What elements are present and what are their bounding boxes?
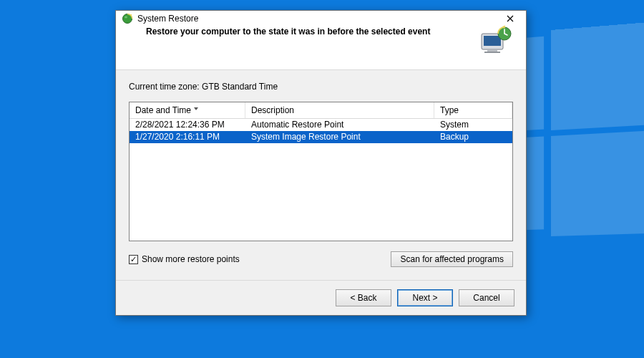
time-zone-line: Current time zone: GTB Standard Time <box>129 82 513 92</box>
table-body: 2/28/2021 12:24:36 PMAutomatic Restore P… <box>130 119 512 241</box>
time-zone-prefix: Current time zone: <box>129 82 202 92</box>
checkbox-box: ✓ <box>129 255 138 264</box>
column-header-description[interactable]: Description <box>245 102 434 118</box>
close-icon <box>507 13 514 24</box>
svg-rect-4 <box>487 49 497 52</box>
empty-row <box>130 180 512 192</box>
empty-row <box>130 155 512 168</box>
titlebar: System Restore <box>116 11 526 24</box>
column-header-date[interactable]: Date and Time <box>130 102 245 118</box>
svg-point-1 <box>125 16 127 19</box>
empty-row <box>130 168 512 180</box>
wizard-button-row: < Back Next > Cancel <box>116 281 526 315</box>
time-zone-value: GTB Standard Time <box>202 82 278 92</box>
cell-type: System <box>434 119 512 131</box>
system-restore-art-icon <box>477 25 513 58</box>
show-more-label: Show more restore points <box>142 254 240 264</box>
show-more-checkbox[interactable]: ✓ Show more restore points <box>129 254 240 264</box>
empty-row <box>130 192 512 204</box>
close-button[interactable] <box>500 11 520 26</box>
body-area: Current time zone: GTB Standard Time Dat… <box>116 70 526 280</box>
cell-date: 1/27/2020 2:16:11 PM <box>130 131 245 143</box>
next-button[interactable]: Next > <box>397 289 453 306</box>
empty-row <box>130 228 512 241</box>
page-heading: Restore your computer to the state it wa… <box>146 25 467 37</box>
table-header: Date and Time Description Type <box>130 102 512 119</box>
cell-description: Automatic Restore Point <box>245 119 434 131</box>
cancel-button[interactable]: Cancel <box>459 289 514 306</box>
svg-rect-3 <box>484 36 501 46</box>
cell-date: 2/28/2021 12:24:36 PM <box>130 119 245 131</box>
empty-row <box>130 204 512 216</box>
empty-row <box>130 143 512 155</box>
table-row[interactable]: 1/27/2020 2:16:11 PMSystem Image Restore… <box>130 131 512 143</box>
cell-description: System Image Restore Point <box>245 131 434 143</box>
below-table-row: ✓ Show more restore points Scan for affe… <box>129 251 513 267</box>
window-title: System Restore <box>137 14 198 24</box>
system-restore-dialog: System Restore Restore your computer to … <box>115 10 527 316</box>
header-area: Restore your computer to the state it wa… <box>116 24 526 70</box>
restore-points-table: Date and Time Description Type 2/28/2021… <box>129 102 513 241</box>
svg-rect-5 <box>484 52 500 53</box>
restore-globe-icon <box>122 13 133 24</box>
cell-type: Backup <box>434 131 512 143</box>
empty-row <box>130 216 512 228</box>
back-button[interactable]: < Back <box>336 289 391 306</box>
table-row[interactable]: 2/28/2021 12:24:36 PMAutomatic Restore P… <box>130 119 512 131</box>
scan-affected-programs-button[interactable]: Scan for affected programs <box>391 251 513 267</box>
column-header-type[interactable]: Type <box>434 102 512 118</box>
